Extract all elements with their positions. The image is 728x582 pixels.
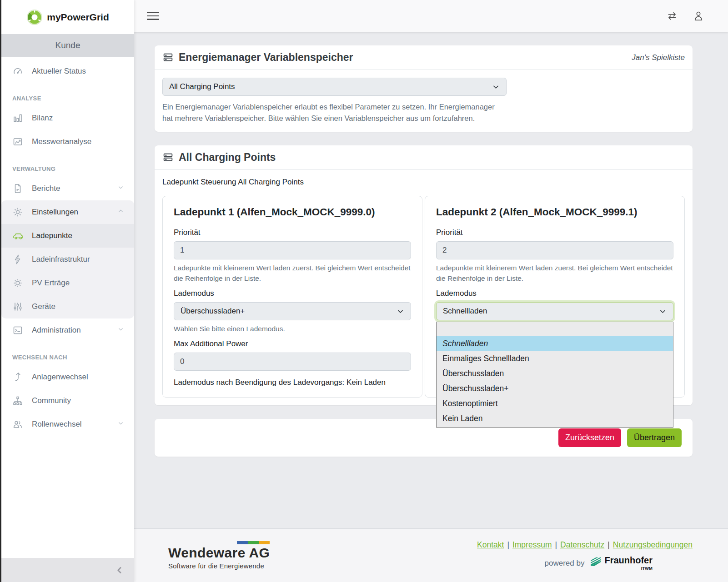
storage-stack-icon bbox=[162, 52, 174, 63]
footer-link-impressum[interactable]: Impressum bbox=[512, 540, 552, 549]
lademodus-select-1-value: Überschussladen+ bbox=[181, 307, 245, 316]
logo: myPowerGrid bbox=[1, 0, 134, 34]
einstellungen-group: Einstellungen Ladepunkte bbox=[1, 200, 134, 318]
submit-button[interactable]: Übertragen bbox=[627, 428, 682, 447]
dropdown-option-ueberschussladen[interactable]: Überschussladen bbox=[437, 366, 673, 381]
fraunhofer-stripes-icon bbox=[589, 556, 602, 567]
lightning-icon bbox=[12, 254, 24, 265]
charging-card-title: All Charging Points bbox=[179, 151, 276, 164]
page-title: Energiemanager Variablenspeicher bbox=[179, 51, 353, 64]
arrow-up-curve-icon bbox=[12, 372, 24, 383]
footer-link-nutzungsbedingungen[interactable]: Nutzungsbedingungen bbox=[613, 540, 693, 549]
switch-arrows-icon[interactable] bbox=[665, 10, 679, 22]
reset-button[interactable]: Zurücksetzen bbox=[558, 428, 621, 447]
fraunhofer-institute: ITWM bbox=[604, 566, 653, 571]
dropdown-option-kostenoptimiert[interactable]: Kostenoptimiert bbox=[437, 396, 673, 411]
section-wechseln-nach: WECHSELN NACH bbox=[1, 354, 134, 361]
sidebar-item-ladepunkte[interactable]: Ladepunkte bbox=[1, 224, 134, 248]
storage-stack-icon bbox=[162, 152, 174, 163]
prioritaet-input-2[interactable] bbox=[436, 241, 673, 259]
dropdown-option-ueberschussladen-plus[interactable]: Überschussladen+ bbox=[437, 381, 673, 396]
variablenspeicher-card: Energiemanager Variablenspeicher Jan's S… bbox=[155, 45, 693, 132]
sidebar-item-ladeinfrastruktur[interactable]: Ladeinfrastruktur bbox=[1, 248, 134, 271]
ev-car-icon bbox=[12, 230, 24, 241]
context-label: Jan's Spielkiste bbox=[632, 53, 685, 62]
sliders-icon bbox=[12, 301, 24, 312]
sidebar-item-aktueller-status[interactable]: Aktueller Status bbox=[1, 60, 134, 83]
sidebar: myPowerGrid Kunde Aktueller Status ANALY… bbox=[0, 0, 134, 582]
gear-icon bbox=[12, 207, 24, 218]
prioritaet-label: Priorität bbox=[436, 228, 673, 237]
sidebar-item-label: Ladeinfrastruktur bbox=[32, 255, 124, 264]
document-icon bbox=[12, 183, 24, 194]
sidebar-item-pv-ertraege[interactable]: PV Erträge bbox=[1, 271, 134, 295]
prioritaet-input-1[interactable] bbox=[174, 241, 411, 259]
bar-chart-icon bbox=[12, 113, 24, 124]
max-power-input-1[interactable] bbox=[174, 353, 411, 371]
sidebar-item-label: Geräte bbox=[32, 302, 124, 311]
sidebar-item-bilanz[interactable]: Bilanz bbox=[1, 106, 134, 130]
chevron-down-icon bbox=[117, 326, 124, 335]
wendeware-logo: Wendeware AG Software für die Energiewen… bbox=[168, 541, 270, 570]
footer-links: Kontakt|Impressum|Datenschutz|Nutzungsbe… bbox=[477, 540, 693, 550]
lademodus-select-2[interactable]: Schnellladen bbox=[436, 302, 673, 320]
sidebar-item-geraete[interactable]: Geräte bbox=[1, 295, 134, 318]
sidebar-item-label: Berichte bbox=[32, 184, 117, 193]
max-power-label: Max Additional Power bbox=[174, 339, 411, 348]
lademodus-select-1[interactable]: Überschussladen+ bbox=[174, 302, 411, 320]
prioritaet-help: Ladepunkte mit kleinerem Wert laden zuer… bbox=[174, 263, 411, 284]
link-separator: | bbox=[507, 540, 509, 549]
powered-by-text: powered by bbox=[545, 559, 585, 568]
sidebar-collapse-bar bbox=[1, 558, 134, 582]
sidebar-item-administration[interactable]: Administration bbox=[1, 318, 134, 342]
sidebar-item-label: Community bbox=[32, 396, 124, 405]
sidebar-item-label: Aktueller Status bbox=[32, 67, 124, 76]
variablenspeicher-select[interactable]: All Charging Points bbox=[162, 78, 507, 96]
link-separator: | bbox=[555, 540, 557, 549]
link-separator: | bbox=[608, 540, 610, 549]
wendeware-tagline: Software für die Energiewende bbox=[168, 562, 270, 570]
chevron-down-icon bbox=[117, 420, 124, 429]
dropdown-option-empty[interactable] bbox=[437, 322, 673, 336]
chevron-up-icon bbox=[117, 208, 124, 217]
lademodus-help: Wählen Sie bitte einen Lademodus. bbox=[174, 323, 411, 334]
sitemap-icon bbox=[12, 395, 24, 406]
sidebar-item-label: Messwertanalyse bbox=[32, 137, 124, 146]
wendeware-tricolor-bar bbox=[237, 541, 270, 544]
sidebar-item-rollenwechsel[interactable]: Rollenwechsel bbox=[1, 413, 134, 436]
dropdown-option-einmaliges-schnellladen[interactable]: Einmaliges Schnellladen bbox=[437, 351, 673, 366]
footer-link-datenschutz[interactable]: Datenschutz bbox=[560, 540, 604, 549]
sidebar-item-community[interactable]: Community bbox=[1, 389, 134, 413]
ladepunkt-1-panel: Ladepunkt 1 (Alfen_Mock_MOCK_9999.0) Pri… bbox=[162, 196, 422, 398]
lademodus-select-2-value: Schnellladen bbox=[443, 307, 487, 316]
sidebar-item-einstellungen[interactable]: Einstellungen bbox=[1, 200, 134, 224]
charging-card-subtitle: Ladepunkt Steuerung All Charging Points bbox=[162, 178, 685, 187]
sidebar-item-label: PV Erträge bbox=[32, 279, 124, 288]
sidebar-item-label: Ladepunkte bbox=[32, 231, 124, 240]
main-area: Energiemanager Variablenspeicher Jan's S… bbox=[134, 32, 728, 528]
variablenspeicher-description: Ein Energiemanager Variablenspeicher erl… bbox=[162, 101, 501, 124]
lademodus-label: Lademodus bbox=[436, 289, 673, 298]
chevron-left-icon[interactable] bbox=[115, 566, 124, 575]
ladepunkt-2-panel: Ladepunkt 2 (Alfen_Mock_MOCK_9999.1) Pri… bbox=[425, 196, 685, 398]
chevron-down-icon bbox=[659, 308, 667, 315]
sidebar-item-label: Einstellungen bbox=[32, 208, 117, 217]
mypowergrid-logo-icon bbox=[26, 9, 43, 25]
people-icon bbox=[12, 419, 24, 430]
user-icon[interactable] bbox=[693, 10, 704, 22]
variablenspeicher-select-value: All Charging Points bbox=[169, 82, 235, 91]
sidebar-item-messwertanalyse[interactable]: Messwertanalyse bbox=[1, 130, 134, 154]
app-root: myPowerGrid Kunde Aktueller Status ANALY… bbox=[0, 0, 728, 582]
section-analyse: ANALYSE bbox=[1, 95, 134, 102]
dropdown-option-schnellladen[interactable]: Schnellladen bbox=[437, 336, 673, 351]
chevron-down-icon bbox=[492, 83, 500, 91]
ladepunkt-2-title: Ladepunkt 2 (Alfen_Mock_MOCK_9999.1) bbox=[436, 206, 673, 218]
hamburger-menu-icon[interactable] bbox=[147, 10, 159, 22]
prioritaet-help: Ladepunkte mit kleinerem Wert laden zuer… bbox=[436, 263, 673, 284]
fraunhofer-name: Fraunhofer bbox=[604, 556, 653, 565]
dropdown-option-kein-laden[interactable]: Kein Laden bbox=[437, 411, 673, 426]
footer-link-kontakt[interactable]: Kontakt bbox=[477, 540, 504, 549]
sidebar-item-anlagenwechsel[interactable]: Anlagenwechsel bbox=[1, 365, 134, 389]
footer: Wendeware AG Software für die Energiewen… bbox=[134, 528, 728, 582]
sidebar-item-berichte[interactable]: Berichte bbox=[1, 177, 134, 200]
